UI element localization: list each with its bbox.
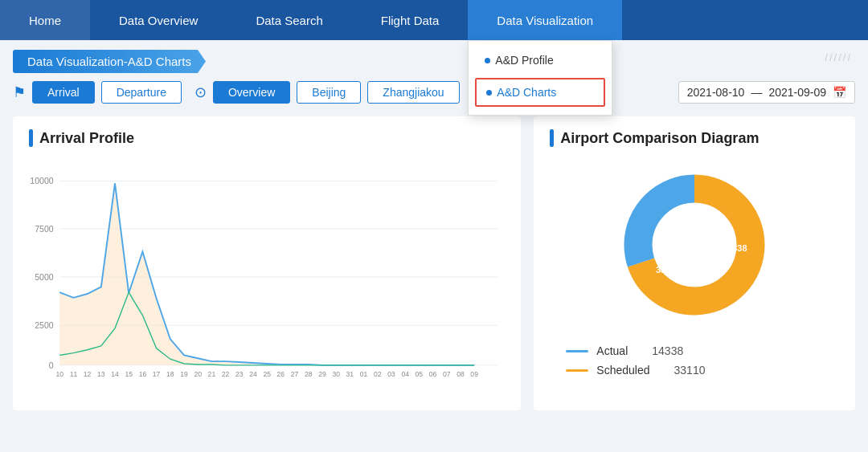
svg-text:28: 28 (305, 370, 313, 378)
date-range[interactable]: 2021-08-10 — 2021-09-09 📅 (678, 81, 855, 104)
dropdown-ad-charts[interactable]: A&D Charts (475, 78, 605, 107)
svg-text:7500: 7500 (35, 224, 54, 234)
svg-text:22: 22 (222, 370, 230, 378)
donut-container: 14338 33110 Actual 14338 Scheduled 33110 (550, 157, 839, 377)
svg-text:17: 17 (153, 370, 161, 378)
charts-row: Arrival Profile 10000 7500 5000 2500 0 (13, 116, 855, 410)
title-bar-icon2 (550, 129, 554, 147)
calendar-icon: 📅 (833, 86, 846, 99)
overview-tab[interactable]: Overview (213, 81, 290, 104)
svg-text:13: 13 (97, 370, 105, 378)
svg-text:26: 26 (277, 370, 285, 378)
svg-text:27: 27 (291, 370, 299, 378)
svg-text:02: 02 (374, 370, 382, 378)
flag-icon: ⚑ (13, 83, 26, 101)
legend-actual: Actual 14338 (566, 344, 714, 357)
zhangjiakou-tab[interactable]: Zhangjiakou (367, 81, 459, 104)
title-bar-icon (29, 129, 33, 147)
nav-data-visualization[interactable]: Data Visualization A&D Profile A&D Chart… (468, 0, 622, 40)
legend: Actual 14338 Scheduled 33110 (550, 344, 714, 377)
svg-text:30: 30 (332, 370, 340, 378)
nav-flight-data[interactable]: Flight Data (352, 0, 469, 40)
nav-home[interactable]: Home (0, 0, 90, 40)
svg-text:16: 16 (139, 370, 147, 378)
svg-text:11: 11 (70, 370, 78, 378)
svg-text:14338: 14338 (723, 243, 747, 253)
beijing-tab[interactable]: Beijing (297, 81, 361, 104)
svg-text:19: 19 (180, 370, 188, 378)
svg-text:06: 06 (429, 370, 437, 378)
airport-comparison-panel: Airport Comparison Diagram (534, 116, 855, 410)
arrival-profile-title: Arrival Profile (29, 129, 505, 147)
line-chart-container: 10000 7500 5000 2500 0 10 11 12 13 (29, 157, 505, 397)
svg-text:29: 29 (318, 370, 326, 378)
svg-text:15: 15 (125, 370, 133, 378)
svg-text:31: 31 (346, 370, 354, 378)
arrival-line-chart: 10000 7500 5000 2500 0 10 11 12 13 (29, 157, 505, 397)
svg-text:08: 08 (457, 370, 465, 378)
actual-legend-line (566, 350, 588, 352)
svg-text:2500: 2500 (35, 320, 54, 330)
svg-text:01: 01 (360, 370, 368, 378)
svg-text:10000: 10000 (30, 176, 53, 185)
svg-text:0: 0 (49, 360, 54, 370)
nav-data-overview[interactable]: Data Overview (90, 0, 227, 40)
svg-text:05: 05 (416, 370, 424, 378)
departure-tab[interactable]: Departure (101, 81, 182, 104)
nav-data-search[interactable]: Data Search (227, 0, 351, 40)
location-icon: ⊙ (194, 83, 207, 101)
svg-marker-10 (59, 183, 497, 364)
dot-icon (486, 90, 492, 96)
svg-text:25: 25 (263, 370, 271, 378)
dropdown-menu: A&D Profile A&D Charts (468, 40, 612, 116)
donut-chart: 14338 33110 (606, 157, 783, 333)
arrival-tab[interactable]: Arrival (32, 81, 95, 104)
legend-scheduled: Scheduled 33110 (566, 364, 714, 377)
scheduled-legend-line (566, 369, 588, 372)
airport-comparison-title: Airport Comparison Diagram (550, 129, 839, 147)
filter-bar: ⚑ Arrival Departure ⊙ Overview Beijing Z… (13, 81, 855, 104)
svg-text:12: 12 (84, 370, 92, 378)
svg-text:18: 18 (166, 370, 174, 378)
svg-text:09: 09 (470, 370, 478, 378)
svg-text:33110: 33110 (656, 265, 681, 275)
breadcrumb: Data Visualization-A&D Charts (13, 50, 206, 73)
deco-lines: ////// (825, 51, 852, 63)
svg-text:23: 23 (235, 370, 244, 378)
svg-text:5000: 5000 (35, 272, 54, 282)
dropdown-ad-profile[interactable]: A&D Profile (469, 46, 612, 75)
svg-text:07: 07 (443, 370, 451, 378)
svg-text:14: 14 (111, 370, 119, 378)
svg-text:10: 10 (55, 370, 63, 378)
svg-text:04: 04 (401, 370, 409, 378)
svg-text:24: 24 (249, 370, 257, 378)
dot-icon (485, 58, 490, 63)
navbar: Home Data Overview Data Search Flight Da… (0, 0, 868, 40)
svg-text:21: 21 (208, 370, 216, 378)
svg-text:03: 03 (387, 370, 395, 378)
svg-text:20: 20 (194, 370, 202, 378)
arrival-profile-panel: Arrival Profile 10000 7500 5000 2500 0 (13, 116, 521, 410)
content-area: ////// Data Visualization-A&D Charts ⚑ A… (0, 40, 868, 420)
